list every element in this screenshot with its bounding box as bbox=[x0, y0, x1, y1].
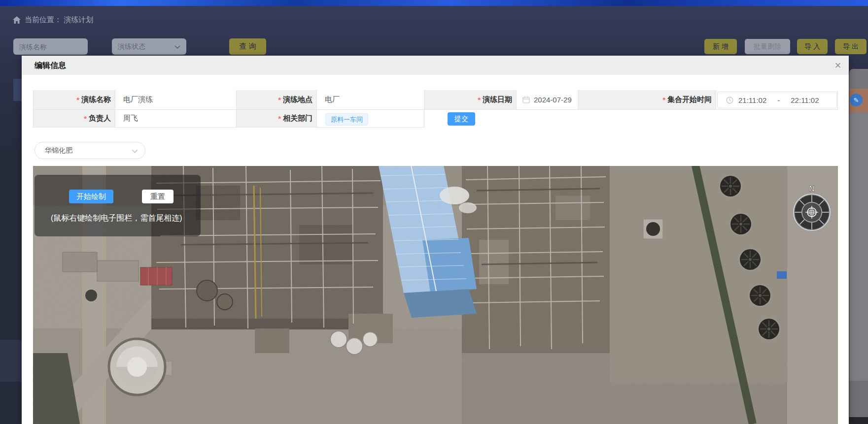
dialog-title: 编辑信息 bbox=[35, 56, 66, 75]
department-tag: 原料一车间 bbox=[325, 113, 368, 126]
time-separator: - bbox=[777, 96, 780, 104]
drill-name-value: 电厂演练 bbox=[123, 95, 153, 104]
drill-location-value: 电厂 bbox=[325, 95, 340, 104]
drill-name-label: 演练名称 bbox=[81, 95, 111, 104]
breadcrumb-text: 当前位置： 演练计划 bbox=[25, 15, 93, 25]
compass-north-label: N bbox=[809, 185, 815, 193]
drill-status-select[interactable]: 演练状态 bbox=[112, 38, 186, 55]
edit-row-button[interactable]: ✎ bbox=[850, 94, 863, 106]
drill-name-input[interactable]: 电厂演练 bbox=[115, 90, 237, 110]
drill-date-picker[interactable]: 2024-07-29 bbox=[517, 90, 578, 110]
required-mark: * bbox=[662, 96, 665, 104]
manager-label: 负责人 bbox=[89, 114, 111, 123]
search-button[interactable]: 查 询 bbox=[229, 38, 266, 55]
add-button[interactable]: 新 增 bbox=[704, 39, 737, 54]
dimmed-page-area bbox=[849, 112, 868, 381]
chevron-down-icon bbox=[132, 147, 138, 155]
drill-location-label-cell: * 演练地点 bbox=[237, 90, 317, 110]
drill-date-value: 2024-07-29 bbox=[534, 96, 572, 104]
export-button[interactable]: 导 出 bbox=[835, 39, 867, 54]
time-end-value: 22:11:02 bbox=[791, 96, 819, 104]
company-select-value: 华锦化肥 bbox=[45, 146, 72, 155]
drill-status-placeholder: 演练状态 bbox=[118, 42, 145, 51]
dimmed-page-footer bbox=[849, 381, 868, 417]
fence-tool-panel: 开始绘制 重置 (鼠标右键绘制电子围栏，需首尾相连) bbox=[35, 175, 201, 236]
manager-input[interactable]: 周飞 bbox=[115, 110, 237, 128]
drill-location-label: 演练地点 bbox=[283, 95, 312, 104]
calendar-icon bbox=[522, 96, 530, 103]
submit-button[interactable]: 提交 bbox=[448, 112, 475, 126]
required-mark: * bbox=[278, 114, 281, 123]
dimmed-left-fragment bbox=[13, 79, 22, 101]
assembly-time-label-cell: * 集合开始时间 bbox=[578, 90, 716, 110]
required-mark: * bbox=[278, 96, 281, 104]
dialog-header: 编辑信息 × bbox=[22, 56, 849, 75]
dimmed-left-panel bbox=[0, 340, 22, 382]
required-mark: * bbox=[84, 114, 87, 123]
required-mark: * bbox=[76, 96, 79, 104]
close-icon[interactable]: × bbox=[830, 56, 846, 75]
clock-icon bbox=[726, 97, 733, 104]
time-start-value: 21:11:02 bbox=[738, 96, 766, 104]
fence-hint-text: (鼠标右键绘制电子围栏，需首尾相连) bbox=[51, 213, 182, 224]
pencil-icon: ✎ bbox=[854, 97, 859, 104]
drill-name-label-cell: * 演练名称 bbox=[34, 90, 115, 110]
drill-name-filter-input[interactable] bbox=[13, 38, 88, 55]
breadcrumb: 当前位置： 演练计划 bbox=[13, 15, 93, 25]
manager-value: 周飞 bbox=[123, 114, 138, 123]
time-range-picker[interactable]: 21:11:02 - 22:11:02 bbox=[717, 92, 837, 108]
drill-date-label: 演练日期 bbox=[483, 95, 512, 104]
company-select[interactable]: 华锦化肥 bbox=[35, 142, 145, 159]
drill-date-label-cell: * 演练日期 bbox=[424, 90, 517, 110]
import-button[interactable]: 导 入 bbox=[797, 39, 828, 54]
batch-delete-button[interactable]: 批量删除 bbox=[745, 39, 790, 54]
start-draw-button[interactable]: 开始绘制 bbox=[69, 190, 113, 203]
edit-dialog: 编辑信息 × * 演练名称 电厂演练 * 演练地点 电厂 * 演练日期 2024… bbox=[22, 56, 849, 424]
home-icon bbox=[13, 16, 21, 24]
top-gradient-bar bbox=[0, 0, 868, 6]
chevron-down-icon bbox=[174, 43, 180, 51]
department-label: 相关部门 bbox=[283, 114, 312, 123]
dimmed-table-header bbox=[849, 69, 868, 89]
compass[interactable]: N bbox=[792, 181, 832, 234]
dimmed-page-edge bbox=[849, 417, 868, 424]
department-label-cell: * 相关部门 bbox=[237, 110, 317, 128]
drill-location-input[interactable]: 电厂 bbox=[317, 90, 424, 110]
assembly-time-label: 集合开始时间 bbox=[667, 95, 712, 104]
reset-button[interactable]: 重置 bbox=[142, 190, 174, 203]
required-mark: * bbox=[478, 96, 481, 104]
manager-label-cell: * 负责人 bbox=[34, 110, 115, 128]
